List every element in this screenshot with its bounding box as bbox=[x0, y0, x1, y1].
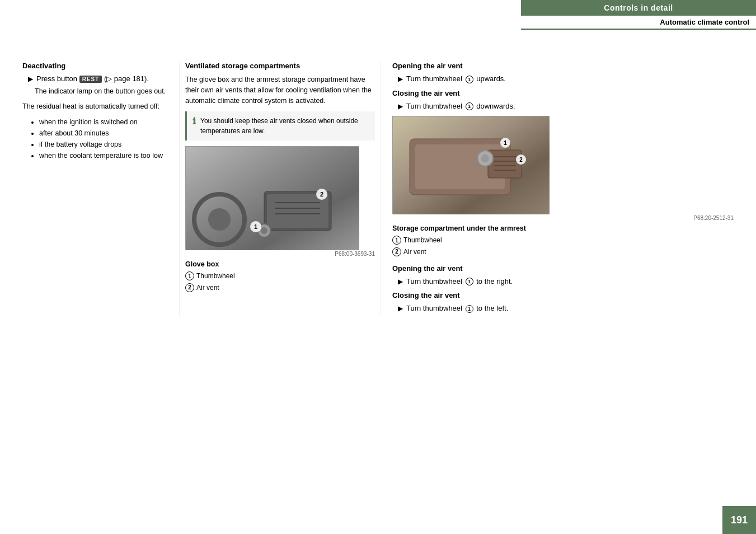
circle-1: 1 bbox=[185, 271, 194, 280]
arrow-icon-2: ▶ bbox=[398, 75, 403, 83]
glovebox-item-2: 2 Air vent bbox=[185, 282, 375, 293]
circle-arm-1: 1 bbox=[392, 236, 401, 245]
deactivating-heading: Deactivating bbox=[22, 62, 168, 70]
ventilated-body: The glove box and the armrest storage co… bbox=[185, 74, 375, 106]
closing-vent2-heading: Closing the air vent bbox=[392, 291, 734, 299]
arrow-icon-4: ▶ bbox=[398, 278, 403, 285]
press-rest-text: Press button REST (▷ page 181). bbox=[36, 74, 149, 83]
ventilated-heading: Ventilated storage compartments bbox=[185, 62, 375, 70]
glovebox-caption: Glove box bbox=[185, 260, 375, 268]
armrest-label-1: Thumbwheel bbox=[403, 235, 442, 246]
armrest-item-2: 2 Air vent bbox=[392, 246, 734, 257]
page-container: Controls in detail Automatic climate con… bbox=[0, 0, 756, 534]
bullet-item-2: after about 30 minutes bbox=[39, 128, 168, 139]
right-column: Opening the air vent ▶ Turn thumbwheel 1… bbox=[381, 62, 734, 316]
svg-rect-13 bbox=[488, 150, 522, 178]
svg-point-9 bbox=[261, 227, 267, 234]
glovebox-image-container: 1 2 P68:00-3693-31 bbox=[185, 146, 375, 257]
glovebox-img-ref: P68:00-3693-31 bbox=[185, 251, 375, 257]
closing-vent-heading: Closing the air vent bbox=[392, 89, 734, 97]
step1-note: The indicator lamp on the button goes ou… bbox=[35, 86, 168, 97]
bullet-item-4: when the coolant temperature is too low bbox=[39, 150, 168, 161]
callout-arm-2: 2 bbox=[516, 154, 526, 165]
opening-vent-text: Turn thumbwheel 1 upwards. bbox=[406, 74, 506, 83]
glovebox-svg bbox=[186, 147, 359, 250]
left-column: Deactivating ▶ Press button REST (▷ page… bbox=[22, 62, 179, 316]
arrow-icon: ▶ bbox=[28, 75, 33, 83]
arrow-icon-3: ▶ bbox=[398, 102, 403, 110]
press-rest-step: ▶ Press button REST (▷ page 181). bbox=[28, 74, 168, 83]
opening-vent-step: ▶ Turn thumbwheel 1 upwards. bbox=[398, 74, 734, 83]
info-text: You should keep these air vents closed w… bbox=[200, 116, 369, 136]
middle-column: Ventilated storage compartments The glov… bbox=[179, 62, 381, 316]
opening-vent2-heading: Opening the air vent bbox=[392, 264, 734, 273]
vent2-circle-2: 1 bbox=[466, 305, 473, 313]
armrest-image-container: 1 2 P68:20-2512-31 bbox=[392, 116, 734, 221]
svg-point-19 bbox=[481, 154, 489, 162]
closing-vent2-step: ▶ Turn thumbwheel 1 to the left. bbox=[398, 304, 734, 313]
armrest-image: 1 2 bbox=[392, 116, 549, 214]
info-icon: ℹ bbox=[192, 116, 196, 136]
armrest-item-1: 1 Thumbwheel bbox=[392, 235, 734, 246]
header-title: Controls in detail bbox=[521, 0, 756, 16]
opening-vent-heading: Opening the air vent bbox=[392, 62, 734, 70]
arrow-icon-5: ▶ bbox=[398, 305, 403, 312]
svg-point-2 bbox=[208, 208, 231, 231]
residual-heat-text: The residual heat is automatically turne… bbox=[22, 101, 168, 112]
bullet-list: when the ignition is switched on after a… bbox=[39, 116, 168, 161]
info-box: ℹ You should keep these air vents closed… bbox=[185, 111, 375, 140]
header-subtitle: Automatic climate control bbox=[521, 16, 756, 30]
closing-vent-text: Turn thumbwheel 1 downwards. bbox=[406, 102, 515, 111]
vent2-circle-1: 1 bbox=[466, 278, 473, 285]
glovebox-label-1: Thumbwheel bbox=[196, 270, 235, 282]
glovebox-image: 1 2 bbox=[185, 146, 359, 250]
armrest-label-2: Air vent bbox=[403, 246, 426, 257]
armrest-svg bbox=[393, 116, 550, 214]
vent-circle-1: 1 bbox=[466, 76, 473, 83]
circle-2: 2 bbox=[185, 283, 194, 292]
opening-vent2-step: ▶ Turn thumbwheel 1 to the right. bbox=[398, 277, 734, 286]
closing-vent2-text: Turn thumbwheel 1 to the left. bbox=[406, 304, 508, 313]
closing-vent-step: ▶ Turn thumbwheel 1 downwards. bbox=[398, 102, 734, 111]
glovebox-label-2: Air vent bbox=[196, 282, 219, 293]
page-number: 191 bbox=[722, 506, 756, 534]
opening-vent2-text: Turn thumbwheel 1 to the right. bbox=[406, 277, 513, 286]
bullet-item-3: if the battery voltage drops bbox=[39, 139, 168, 150]
vent-circle-2: 1 bbox=[466, 102, 473, 110]
callout-arm-1: 1 bbox=[500, 138, 510, 148]
header-block: Controls in detail Automatic climate con… bbox=[521, 0, 756, 30]
circle-arm-2: 2 bbox=[392, 247, 401, 256]
armrest-caption: Storage compartment under the armrest bbox=[392, 224, 734, 232]
armrest-img-ref: P68:20-2512-31 bbox=[392, 215, 734, 221]
glovebox-item-1: 1 Thumbwheel bbox=[185, 270, 375, 282]
bullet-item-1: when the ignition is switched on bbox=[39, 116, 168, 128]
rest-button-label: REST bbox=[79, 76, 102, 83]
content-area: Deactivating ▶ Press button REST (▷ page… bbox=[22, 62, 734, 316]
